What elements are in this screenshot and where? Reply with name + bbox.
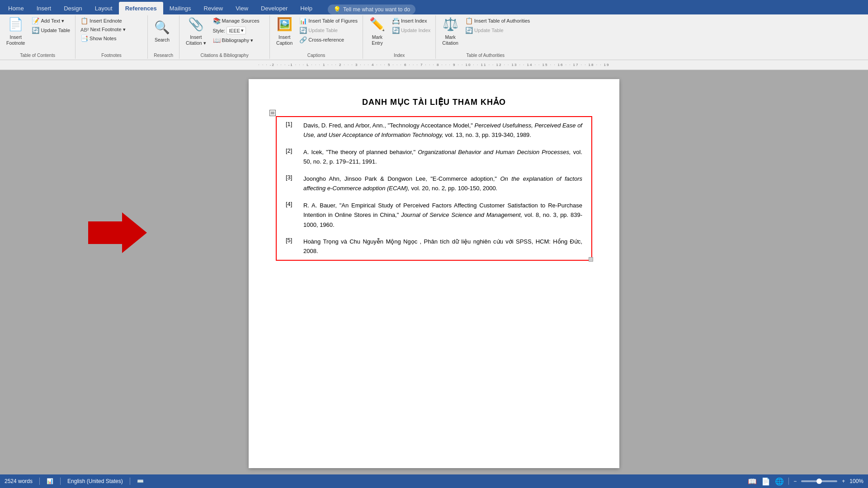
endnote-icon: 📋	[80, 17, 88, 24]
cross-ref-icon: 🔗	[299, 36, 307, 43]
tab-mailings[interactable]: Mailings	[163, 2, 198, 14]
style-label: Style:	[213, 28, 226, 33]
tab-view[interactable]: View	[229, 2, 255, 14]
add-text-label: Add Text ▾	[41, 18, 64, 24]
tab-layout[interactable]: Layout	[89, 2, 119, 14]
table-row: [2] A. Icek, "The theory of planned beha…	[276, 144, 592, 170]
bibliography-icon: 📖	[213, 37, 221, 44]
bibliography-btn[interactable]: 📖 Bibliography ▾	[211, 36, 262, 45]
table-resize-handle[interactable]	[589, 257, 593, 262]
insert-index-icon: 📇	[392, 17, 400, 24]
style-selector-btn[interactable]: Style: IEEE ▾	[211, 26, 262, 35]
insert-table-figures-btn[interactable]: 📊 Insert Table of Figures	[297, 16, 360, 25]
web-layout-icon[interactable]: 🌐	[775, 477, 784, 486]
insert-endnote-btn[interactable]: 📋 Insert Endnote	[78, 16, 128, 25]
captions-group-label: Captions	[270, 53, 363, 58]
table-figures-icon: 📊	[299, 17, 307, 24]
tab-design[interactable]: Design	[57, 2, 88, 14]
style-dropdown[interactable]: IEEE ▾	[226, 27, 246, 34]
ref-text-4: R. A. Bauer, "An Empirical Study of Perc…	[299, 197, 592, 233]
ref-italic-2: Organizational Behavior and Human Decisi…	[418, 149, 571, 155]
language[interactable]: English (United States)	[67, 478, 123, 484]
update-index-btn[interactable]: 🔄 Update Index	[390, 26, 433, 35]
update-table-auth-icon: 🔄	[465, 27, 473, 34]
show-notes-icon: 📑	[80, 35, 88, 42]
update-table-cap-icon: 🔄	[299, 27, 307, 34]
add-text-icon: 📝	[32, 17, 39, 24]
search-label: Search	[155, 37, 170, 43]
mark-citation-label: MarkCitation	[442, 34, 458, 47]
mark-entry-label: MarkEntry	[372, 34, 383, 47]
tab-review[interactable]: Review	[198, 2, 230, 14]
tab-references[interactable]: References	[119, 2, 163, 14]
footnotes-small-btns: 📋 Insert Endnote AB² Next Footnote ▾ 📑 S…	[78, 16, 128, 49]
table-row: [5] Hoàng Trọng và Chu Nguyễn Mộng Ngọc …	[276, 233, 592, 260]
insert-footnote-large[interactable]: 📄 InsertFootnote	[3, 16, 28, 52]
update-table-label: Update Table	[41, 28, 70, 33]
insert-citation-btn[interactable]: 📎 InsertCitation ▾	[182, 16, 210, 52]
group-captions: 🖼️ InsertCaption 📊 Insert Table of Figur…	[270, 15, 363, 59]
ref-text-5: Hoàng Trọng và Chu Nguyễn Mộng Ngọc , Ph…	[299, 233, 592, 260]
manage-sources-btn[interactable]: 📚 Manage Sources	[211, 16, 262, 25]
search-btn[interactable]: 🔍 Search	[151, 16, 174, 52]
read-mode-icon[interactable]: 📖	[748, 477, 757, 486]
mark-entry-icon: ✏️	[369, 16, 385, 33]
manage-sources-icon: 📚	[213, 17, 221, 24]
update-table-auth-btn[interactable]: 🔄 Update Table	[463, 26, 532, 35]
zoom-out-icon[interactable]: −	[793, 478, 797, 484]
zoom-divider	[788, 478, 789, 485]
group-toc: 📄 InsertFootnote 📝 Add Text ▾ 🔄 Update T…	[0, 15, 75, 59]
manage-sources-label: Manage Sources	[222, 18, 259, 23]
toc-small-btns: 📝 Add Text ▾ 🔄 Update Table	[29, 16, 72, 41]
doc-stats-icon[interactable]: 📊	[47, 478, 53, 484]
toc-items: 📄 InsertFootnote 📝 Add Text ▾ 🔄 Update T…	[3, 16, 72, 58]
insert-table-auth-btn[interactable]: 📋 Insert Table of Authorities	[463, 16, 532, 25]
ref-num-2: [2]	[276, 144, 299, 170]
group-footnotes: 📋 Insert Endnote AB² Next Footnote ▾ 📑 S…	[75, 15, 148, 59]
zoom-slider[interactable]	[801, 480, 837, 482]
insert-table-auth-icon: 📋	[465, 17, 473, 24]
tab-home[interactable]: Home	[2, 2, 30, 14]
zoom-in-icon[interactable]: +	[842, 478, 845, 484]
tab-developer[interactable]: Developer	[255, 2, 294, 14]
footnotes-items: 📋 Insert Endnote AB² Next Footnote ▾ 📑 S…	[78, 16, 128, 58]
insert-caption-btn[interactable]: 🖼️ InsertCaption	[273, 16, 296, 52]
authorities-group-label: Table of Authorities	[436, 53, 535, 58]
page-title: DANH MỤC TÀI LIỆU THAM KHẢO	[276, 97, 592, 107]
cross-reference-label: Cross-reference	[308, 37, 344, 42]
group-index: ✏️ MarkEntry 📇 Insert Index 🔄 Update Ind…	[363, 15, 436, 59]
svg-marker-0	[88, 212, 147, 253]
word-count: 2524 words	[5, 478, 33, 484]
mark-entry-btn[interactable]: ✏️ MarkEntry	[366, 16, 389, 52]
add-text-btn[interactable]: 📝 Add Text ▾	[29, 16, 72, 25]
next-footnote-btn[interactable]: AB² Next Footnote ▾	[78, 26, 128, 33]
table-handle[interactable]	[269, 110, 276, 116]
style-value: IEEE	[229, 28, 240, 33]
references-table: [1] Davis, D. Fred, and Arbor, Ann., "Te…	[276, 116, 592, 261]
mark-citation-btn[interactable]: ⚖️ MarkCitation	[439, 16, 462, 52]
ribbon-tabs-row: Home Insert Design Layout References Mai…	[0, 0, 868, 14]
insert-table-auth-label: Insert Table of Authorities	[474, 18, 530, 23]
ribbon-content: 📄 InsertFootnote 📝 Add Text ▾ 🔄 Update T…	[0, 14, 868, 60]
tell-me-bar[interactable]: 💡 Tell me what you want to do	[328, 5, 415, 14]
tell-me-text: Tell me what you want to do	[343, 6, 410, 13]
update-table-cap-btn[interactable]: 🔄 Update Table	[297, 26, 360, 35]
print-layout-icon[interactable]: 📄	[761, 477, 770, 486]
tab-insert[interactable]: Insert	[30, 2, 58, 14]
zoom-level: 100%	[849, 478, 863, 484]
keyboard-icon[interactable]: ⌨️	[137, 478, 144, 484]
insert-index-btn[interactable]: 📇 Insert Index	[390, 16, 433, 25]
update-table-icon: 🔄	[32, 27, 39, 34]
update-table-btn[interactable]: 🔄 Update Table	[29, 26, 72, 35]
cross-reference-btn[interactable]: 🔗 Cross-reference	[297, 35, 360, 44]
tab-help[interactable]: Help	[294, 2, 319, 14]
ref-text-1: Davis, D. Fred, and Arbor, Ann., "Techno…	[299, 117, 592, 144]
bibliography-label: Bibliography ▾	[222, 38, 254, 43]
ref-table-wrapper: [1] Davis, D. Fred, and Arbor, Ann., "Te…	[276, 116, 592, 261]
status-divider-1	[39, 478, 40, 485]
ribbon-tabs: Home Insert Design Layout References Mai…	[0, 0, 415, 14]
citations-group-label: Citations & Bibliography	[179, 53, 269, 58]
index-items: ✏️ MarkEntry 📇 Insert Index 🔄 Update Ind…	[366, 16, 433, 58]
index-group-label: Index	[363, 53, 435, 58]
show-notes-btn[interactable]: 📑 Show Notes	[78, 34, 128, 43]
